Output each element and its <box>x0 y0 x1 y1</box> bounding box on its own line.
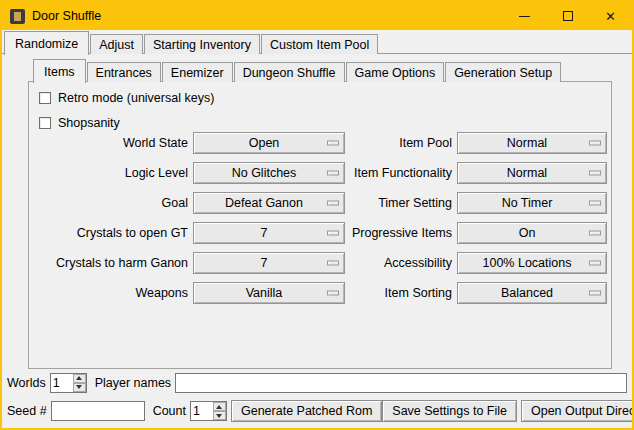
maximize-icon <box>563 11 573 21</box>
timer-setting-dropdown[interactable]: No Timer <box>457 192 607 214</box>
item-sorting-label: Item Sorting <box>349 286 457 300</box>
tab-game-options[interactable]: Game Options <box>346 62 445 82</box>
dropdown-indicator-icon <box>589 171 601 176</box>
timer-setting-label: Timer Setting <box>349 196 457 210</box>
count-spin-up-icon[interactable] <box>213 402 226 411</box>
dropdown-indicator-icon <box>589 261 601 266</box>
world-state-label: World State <box>33 136 193 150</box>
progressive-items-dropdown[interactable]: On <box>457 222 607 244</box>
tab-generation-setup[interactable]: Generation Setup <box>445 62 561 82</box>
close-button[interactable]: ✕ <box>589 2 632 30</box>
dropdown-indicator-icon <box>589 231 601 236</box>
accessibility-label: Accessibility <box>349 256 457 270</box>
tab-items[interactable]: Items <box>33 59 86 83</box>
count-spinbox[interactable] <box>190 401 227 421</box>
retro-mode-label: Retro mode (universal keys) <box>58 91 214 105</box>
worlds-spin-buttons <box>73 374 86 392</box>
crystals-open-gt-label: Crystals to open GT <box>33 226 193 240</box>
item-functionality-row: Item Functionality Normal <box>349 162 607 184</box>
generate-patched-rom-button[interactable]: Generate Patched Rom <box>231 400 382 422</box>
item-sorting-row: Item Sorting Balanced <box>349 282 607 304</box>
open-output-directory-button[interactable]: Open Output Directory <box>521 400 634 422</box>
items-panel: Retro mode (universal keys) Shopsanity W… <box>28 81 612 369</box>
weapons-row: Weapons Vanilla <box>33 282 345 304</box>
player-names-input[interactable] <box>175 373 627 393</box>
crystals-harm-ganon-label: Crystals to harm Ganon <box>33 256 193 270</box>
dropdown-indicator-icon <box>327 201 339 206</box>
crystals-harm-ganon-dropdown[interactable]: 7 <box>193 252 345 274</box>
count-spin-buttons <box>213 402 226 420</box>
dropdown-indicator-icon <box>327 171 339 176</box>
dropdown-indicator-icon <box>589 201 601 206</box>
titlebar: Door Shuffle ✕ <box>2 2 632 30</box>
logic-level-row: Logic Level No Glitches <box>33 162 345 184</box>
crystals-open-gt-row: Crystals to open GT 7 <box>33 222 345 244</box>
tab-entrances[interactable]: Entrances <box>87 62 161 82</box>
progressive-items-label: Progressive Items <box>349 226 457 240</box>
logic-level-dropdown[interactable]: No Glitches <box>193 162 345 184</box>
save-settings-button[interactable]: Save Settings to File <box>382 400 517 422</box>
worlds-spin-up-icon[interactable] <box>73 374 86 383</box>
timer-setting-row: Timer Setting No Timer <box>349 192 607 214</box>
count-label: Count <box>153 404 186 418</box>
shopsanity-checkbox-row[interactable]: Shopsanity <box>39 115 120 131</box>
weapons-label: Weapons <box>33 286 193 300</box>
accessibility-dropdown[interactable]: 100% Locations <box>457 252 607 274</box>
goal-row: Goal Defeat Ganon <box>33 192 345 214</box>
main-tabbar: Randomize Adjust Starting Inventory Cust… <box>4 32 379 54</box>
seed-row: Seed # Count Generate Patched Rom Save S… <box>7 400 627 422</box>
worlds-spin-down-icon[interactable] <box>73 383 86 392</box>
goal-dropdown[interactable]: Defeat Ganon <box>193 192 345 214</box>
dropdown-indicator-icon <box>327 261 339 266</box>
maximize-button[interactable] <box>546 2 589 30</box>
shopsanity-label: Shopsanity <box>58 116 120 130</box>
tab-adjust[interactable]: Adjust <box>90 34 143 54</box>
item-pool-row: Item Pool Normal <box>349 132 607 154</box>
world-state-dropdown[interactable]: Open <box>193 132 345 154</box>
close-icon: ✕ <box>605 10 616 23</box>
item-pool-dropdown[interactable]: Normal <box>457 132 607 154</box>
item-functionality-dropdown[interactable]: Normal <box>457 162 607 184</box>
dropdown-indicator-icon <box>327 141 339 146</box>
fields-left-column: World State Open Logic Level No Glitches… <box>33 132 345 304</box>
seed-input[interactable] <box>51 401 145 421</box>
dropdown-indicator-icon <box>327 231 339 236</box>
shopsanity-checkbox[interactable] <box>39 117 51 129</box>
progressive-items-row: Progressive Items On <box>349 222 607 244</box>
world-state-row: World State Open <box>33 132 345 154</box>
count-input[interactable] <box>191 402 213 420</box>
crystals-harm-ganon-row: Crystals to harm Ganon 7 <box>33 252 345 274</box>
door-shuffle-window: Door Shuffle ✕ Randomize Adjust Starting… <box>0 0 634 430</box>
weapons-dropdown[interactable]: Vanilla <box>193 282 345 304</box>
goal-label: Goal <box>33 196 193 210</box>
player-names-label: Player names <box>95 376 171 390</box>
logic-level-label: Logic Level <box>33 166 193 180</box>
item-pool-label: Item Pool <box>349 136 457 150</box>
tab-starting-inventory[interactable]: Starting Inventory <box>144 34 260 54</box>
tab-dungeon-shuffle[interactable]: Dungeon Shuffle <box>234 62 345 82</box>
settings-tabbar: Items Entrances Enemizer Dungeon Shuffle… <box>33 60 562 82</box>
worlds-label: Worlds <box>7 376 46 390</box>
worlds-input[interactable] <box>51 374 73 392</box>
tab-custom-item-pool[interactable]: Custom Item Pool <box>261 34 378 54</box>
tab-enemizer[interactable]: Enemizer <box>162 62 233 82</box>
dropdown-indicator-icon <box>327 291 339 296</box>
minimize-icon <box>519 16 530 17</box>
accessibility-row: Accessibility 100% Locations <box>349 252 607 274</box>
item-functionality-label: Item Functionality <box>349 166 457 180</box>
app-icon <box>10 9 25 24</box>
count-spin-down-icon[interactable] <box>213 411 226 420</box>
item-sorting-dropdown[interactable]: Balanced <box>457 282 607 304</box>
window-controls: ✕ <box>503 2 632 30</box>
seed-label: Seed # <box>7 404 47 418</box>
retro-mode-checkbox-row[interactable]: Retro mode (universal keys) <box>39 90 214 106</box>
dropdown-indicator-icon <box>589 141 601 146</box>
retro-mode-checkbox[interactable] <box>39 92 51 104</box>
minimize-button[interactable] <box>503 2 546 30</box>
window-title: Door Shuffle <box>32 9 101 23</box>
worlds-spinbox[interactable] <box>50 373 87 393</box>
crystals-open-gt-dropdown[interactable]: 7 <box>193 222 345 244</box>
worlds-row: Worlds Player names <box>7 372 627 393</box>
dropdown-indicator-icon <box>589 291 601 296</box>
tab-randomize[interactable]: Randomize <box>4 31 89 55</box>
